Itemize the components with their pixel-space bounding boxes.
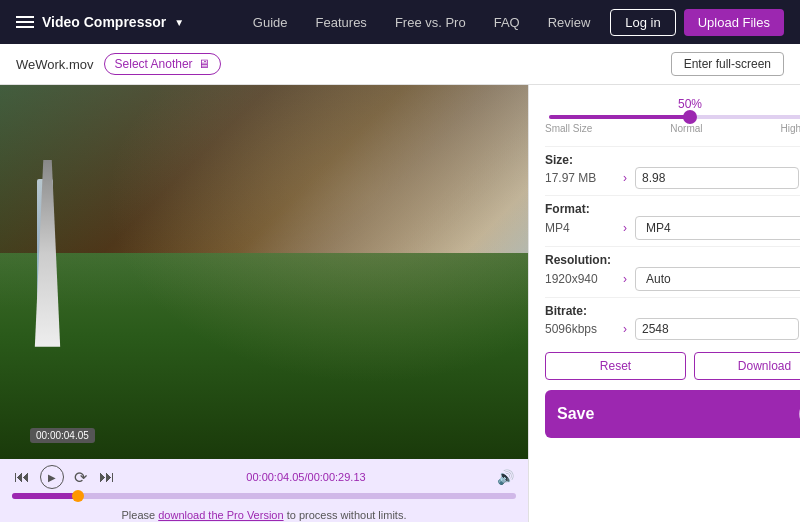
format-original: MP4	[545, 221, 615, 235]
nav-guide[interactable]: Guide	[253, 15, 288, 30]
resolution-original: 1920x940	[545, 272, 615, 286]
pro-version-link[interactable]: download the Pro Version	[158, 509, 283, 521]
nav-links: Guide Features Free vs. Pro FAQ Review	[253, 15, 590, 30]
size-label: Size:	[545, 153, 800, 167]
next-frame-button[interactable]: ⏭	[97, 466, 117, 488]
format-arrow-icon: ›	[623, 221, 627, 235]
format-label: Format:	[545, 202, 800, 216]
pro-notice-prefix: Please	[122, 509, 159, 521]
format-select[interactable]: MP4 MOV AVI MKV WebM	[635, 216, 800, 240]
progress-area[interactable]: 00:00:04.05	[12, 493, 516, 499]
size-content: 17.97 MB › MB	[545, 167, 800, 189]
size-input[interactable]	[635, 167, 799, 189]
controls-left: ⏮ ▶ ⟳ ⏭	[12, 465, 117, 489]
monitor-icon: 🖥	[198, 57, 210, 71]
action-row: Reset Download	[545, 352, 800, 380]
select-another-button[interactable]: Select Another 🖥	[104, 53, 221, 75]
volume-button[interactable]: 🔊	[495, 467, 516, 487]
controls-row: ⏮ ▶ ⟳ ⏭ 00:00:04.05/00:00:29.13	[12, 465, 516, 489]
timestamp-bubble: 00:00:04.05	[30, 428, 95, 443]
arrow-icon: ›	[623, 171, 627, 185]
size-original: 17.97 MB	[545, 171, 615, 185]
quality-track[interactable]	[549, 115, 800, 119]
filename: WeWork.mov	[16, 57, 94, 72]
bitrate-row: Bitrate: 5096kbps › kbps	[545, 297, 800, 346]
quality-low-label: Small Size	[545, 123, 592, 134]
bitrate-input[interactable]	[635, 318, 799, 340]
download-button[interactable]: Download	[694, 352, 800, 380]
format-content: MP4 › MP4 MOV AVI MKV WebM	[545, 216, 800, 240]
total-time: 00:00:29.13	[308, 471, 366, 483]
select-another-label: Select Another	[115, 57, 193, 71]
nav-faq[interactable]: FAQ	[494, 15, 520, 30]
mountain-overlay	[0, 85, 528, 459]
format-row: Format: MP4 › MP4 MOV AVI MKV WebM	[545, 195, 800, 246]
resolution-label: Resolution:	[545, 253, 800, 267]
save-section: Save ↓	[545, 390, 800, 438]
video-controls: ⏮ ▶ ⟳ ⏭ 00:00:04.05/00:00:29.13	[0, 459, 528, 505]
toolbar-left: WeWork.mov Select Another 🖥	[16, 53, 221, 75]
progress-fill	[12, 493, 78, 499]
size-row: Size: 17.97 MB › MB	[545, 146, 800, 195]
bitrate-arrow-icon: ›	[623, 322, 627, 336]
play-icon: ▶	[48, 472, 56, 483]
resolution-arrow-icon: ›	[623, 272, 627, 286]
play-button[interactable]: ▶	[40, 465, 64, 489]
login-button[interactable]: Log in	[610, 9, 675, 36]
progress-track[interactable]	[12, 493, 516, 499]
main-content: ⏮ ▶ ⟳ ⏭ 00:00:04.05/00:00:29.13	[0, 85, 800, 522]
pro-notice: Please download the Pro Version to proce…	[0, 505, 528, 522]
video-thumbnail	[0, 85, 528, 459]
fullscreen-button[interactable]: Enter full-screen	[671, 52, 784, 76]
video-container	[0, 85, 528, 459]
save-label: Save	[557, 405, 594, 423]
upload-button[interactable]: Upload Files	[684, 9, 784, 36]
loop-button[interactable]: ⟳	[72, 466, 89, 489]
menu-icon	[16, 16, 34, 28]
current-time: 00:00:04.05	[246, 471, 304, 483]
toolbar: WeWork.mov Select Another 🖥 Enter full-s…	[0, 44, 800, 85]
quality-value: 50%	[545, 97, 800, 111]
quality-slider-container[interactable]	[545, 115, 800, 119]
app-title: Video Compressor	[42, 14, 166, 30]
bitrate-content: 5096kbps › kbps	[545, 318, 800, 340]
rewind-icon: ⏮	[14, 468, 30, 486]
quality-thumb[interactable]	[683, 110, 697, 124]
resolution-row: Resolution: 1920x940 › Auto 1920x1080 12…	[545, 246, 800, 297]
time-display: 00:00:04.05/00:00:29.13	[246, 471, 365, 483]
bitrate-label: Bitrate:	[545, 304, 800, 318]
app-logo: Video Compressor ▼	[16, 14, 184, 30]
bitrate-original: 5096kbps	[545, 322, 615, 336]
quality-labels: Small Size Normal High Quality	[545, 123, 800, 134]
quality-high-label: High Quality	[781, 123, 800, 134]
video-panel: ⏮ ▶ ⟳ ⏭ 00:00:04.05/00:00:29.13	[0, 85, 528, 522]
navigation: Video Compressor ▼ Guide Features Free v…	[0, 0, 800, 44]
save-button[interactable]: Save ↓	[545, 390, 800, 438]
loop-icon: ⟳	[74, 468, 87, 487]
volume-icon: 🔊	[497, 469, 514, 485]
progress-thumb[interactable]	[72, 490, 84, 502]
quality-section: 50% Small Size Normal High Quality	[545, 97, 800, 134]
rewind-button[interactable]: ⏮	[12, 466, 32, 488]
quality-mid-label: Normal	[670, 123, 702, 134]
nav-review[interactable]: Review	[548, 15, 591, 30]
reset-button[interactable]: Reset	[545, 352, 686, 380]
dropdown-icon: ▼	[174, 17, 184, 28]
resolution-select[interactable]: Auto 1920x1080 1280x720 854x480 640x360	[635, 267, 800, 291]
settings-panel: 50% Small Size Normal High Quality Size:…	[528, 85, 800, 522]
next-frame-icon: ⏭	[99, 468, 115, 486]
nav-features[interactable]: Features	[316, 15, 367, 30]
resolution-content: 1920x940 › Auto 1920x1080 1280x720 854x4…	[545, 267, 800, 291]
nav-free-vs-pro[interactable]: Free vs. Pro	[395, 15, 466, 30]
quality-fill	[549, 115, 690, 119]
pro-notice-suffix: to process without limits.	[284, 509, 407, 521]
